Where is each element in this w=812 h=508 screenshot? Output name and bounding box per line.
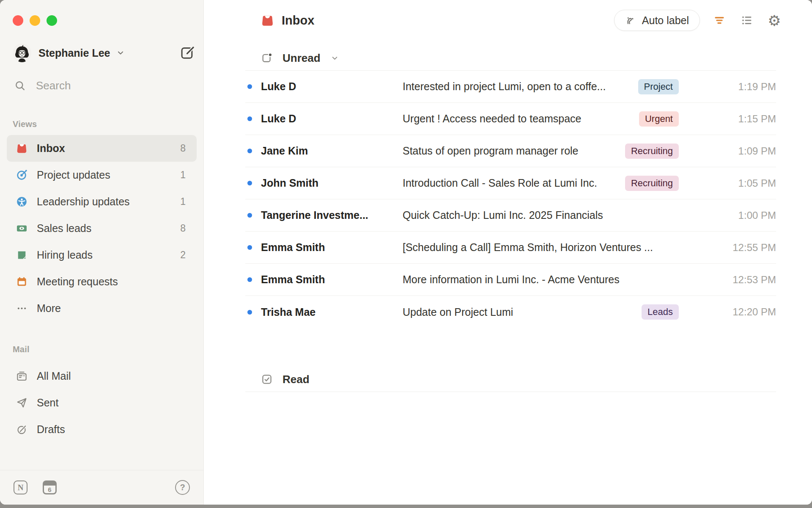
sidebar-item-label: Drafts xyxy=(37,423,176,436)
sidebar-item-project-updates[interactable]: Project updates 1 xyxy=(7,162,197,188)
email-subject: Introduction Call - Sales Role at Lumi I… xyxy=(403,177,625,189)
email-row[interactable]: Jane Kim Status of open program manager … xyxy=(245,135,776,167)
email-row[interactable]: Luke D Urgent ! Access needed to teamspa… xyxy=(245,103,776,135)
sidebar-item-sent[interactable]: Sent xyxy=(7,389,197,416)
unread-dot xyxy=(247,213,252,218)
unread-dot xyxy=(247,116,252,121)
calendar-app-icon[interactable]: 6 xyxy=(43,480,57,494)
settings-button[interactable] xyxy=(766,12,782,28)
label-badge: Recruiting xyxy=(625,144,679,159)
sidebar-item-inbox[interactable]: Inbox 8 xyxy=(7,135,197,162)
email-row[interactable]: Emma Smith [Scheduling a Call] Emma Smit… xyxy=(245,232,776,264)
traffic-light-minimize[interactable] xyxy=(30,15,40,26)
read-section-header[interactable]: Read xyxy=(204,367,812,392)
sidebar-item-drafts[interactable]: Drafts xyxy=(7,416,197,443)
email-row[interactable]: Trisha Mae Update on Project Lumi Leads … xyxy=(245,296,776,328)
sidebar-item-label: Project updates xyxy=(37,169,171,181)
sidebar-item-all-mail[interactable]: All Mail xyxy=(7,363,197,389)
sidebar-item-count: 1 xyxy=(180,169,186,181)
person-circle-icon xyxy=(16,196,27,207)
unread-dot xyxy=(247,277,252,282)
sidebar-item-label: More xyxy=(37,302,176,315)
email-subject: Status of open program manager role xyxy=(403,145,625,157)
unread-dot xyxy=(247,149,252,153)
header-actions: Auto label xyxy=(614,10,782,31)
list-view-button[interactable] xyxy=(739,12,755,28)
compose-button[interactable] xyxy=(179,44,197,62)
sidebar: Stephanie Lee Search Views Inbox 8 Proje… xyxy=(0,0,204,505)
auto-label-icon xyxy=(625,15,636,26)
unread-section-title: Unread xyxy=(283,52,321,65)
traffic-light-zoom[interactable] xyxy=(47,15,57,26)
sidebar-item-hiring-leads[interactable]: Hiring leads 2 xyxy=(7,242,197,268)
inbox-icon xyxy=(16,143,27,154)
main-panel: Inbox Auto label Unread xyxy=(204,0,812,505)
sidebar-item-label: Leadership updates xyxy=(37,196,171,208)
email-list: Luke D Interested in project Lumi, open … xyxy=(204,71,812,328)
unread-section-header[interactable]: Unread xyxy=(204,46,812,70)
email-subject: More information in Lumi Inc. - Acme Ven… xyxy=(403,273,726,286)
unread-dot xyxy=(247,181,252,185)
sidebar-item-label: All Mail xyxy=(37,370,176,382)
sidebar-item-sales-leads[interactable]: Sales leads 8 xyxy=(7,215,197,242)
email-time: 1:15 PM xyxy=(726,113,776,125)
divider xyxy=(245,392,776,392)
avatar xyxy=(13,44,31,62)
sidebar-item-count: 8 xyxy=(180,143,186,154)
sidebar-item-count: 8 xyxy=(180,223,186,234)
notion-logo-icon[interactable] xyxy=(14,480,27,494)
email-row[interactable]: John Smith Introduction Call - Sales Rol… xyxy=(245,167,776,199)
unread-dot xyxy=(247,245,252,250)
email-row[interactable]: Luke D Interested in project Lumi, open … xyxy=(245,71,776,103)
sidebar-item-meeting-requests[interactable]: Meeting requests xyxy=(7,268,197,295)
chevron-down-icon xyxy=(330,54,339,63)
email-sender: Luke D xyxy=(261,80,403,93)
email-row[interactable]: Emma Smith More information in Lumi Inc.… xyxy=(245,264,776,296)
search-input[interactable]: Search xyxy=(14,76,195,95)
email-sender: Emma Smith xyxy=(261,273,403,286)
chevron-down-icon xyxy=(116,48,125,58)
unread-icon xyxy=(261,52,273,64)
filter-button[interactable] xyxy=(711,12,727,28)
read-section-title: Read xyxy=(283,373,310,386)
email-subject: Update on Project Lumi xyxy=(403,306,642,318)
mail-list: All Mail Sent Drafts xyxy=(7,363,197,443)
views-section-title: Views xyxy=(13,119,37,129)
account-switcher[interactable]: Stephanie Lee xyxy=(13,43,197,63)
sidebar-item-label: Inbox xyxy=(37,142,171,155)
sidebar-item-count: 1 xyxy=(180,196,186,207)
email-subject: Interested in project Lumi, open to a co… xyxy=(403,80,638,93)
note-icon xyxy=(16,249,27,261)
sidebar-item-more[interactable]: More xyxy=(7,295,197,322)
email-row[interactable]: Tangerine Investme... Quick Catch-Up: Lu… xyxy=(245,199,776,232)
email-time: 1:19 PM xyxy=(726,81,776,93)
user-name: Stephanie Lee xyxy=(38,47,110,59)
email-sender: Tangerine Investme... xyxy=(261,209,403,221)
mail-section-title: Mail xyxy=(13,345,30,354)
sidebar-item-leadership-updates[interactable]: Leadership updates 1 xyxy=(7,188,197,215)
email-time: 1:00 PM xyxy=(726,210,776,221)
views-list: Inbox 8 Project updates 1 Leadership upd… xyxy=(7,135,197,322)
help-icon[interactable] xyxy=(175,480,190,495)
filter-icon xyxy=(713,14,726,27)
email-sender: Emma Smith xyxy=(261,241,403,254)
target-icon xyxy=(16,169,27,181)
auto-label-button[interactable]: Auto label xyxy=(614,10,700,31)
label-badge: Project xyxy=(638,79,679,94)
sidebar-footer: 6 xyxy=(0,470,203,505)
all-mail-icon xyxy=(16,370,27,382)
label-badge: Leads xyxy=(642,304,679,320)
label-badge: Urgent xyxy=(639,111,679,127)
search-placeholder: Search xyxy=(36,79,71,92)
traffic-light-close[interactable] xyxy=(13,15,23,26)
email-time: 12:53 PM xyxy=(726,274,776,286)
sidebar-item-label: Hiring leads xyxy=(37,249,171,261)
drafts-icon xyxy=(16,424,27,435)
sidebar-item-label: Sent xyxy=(37,397,176,409)
email-sender: Jane Kim xyxy=(261,145,403,157)
window-controls xyxy=(13,15,57,26)
email-sender: John Smith xyxy=(261,177,403,189)
compose-icon xyxy=(180,45,196,61)
label-badge: Recruiting xyxy=(625,176,679,191)
email-sender: Luke D xyxy=(261,113,403,125)
